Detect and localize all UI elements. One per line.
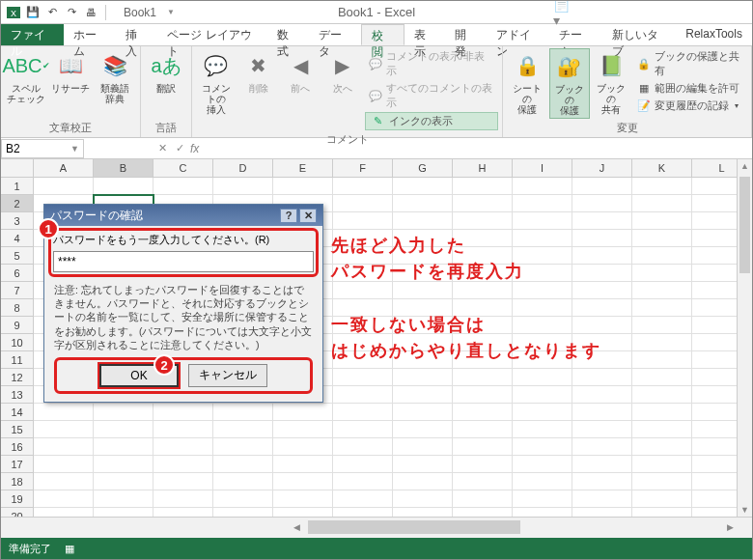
enter-formula-icon[interactable]: ✓ bbox=[171, 142, 188, 154]
cell[interactable] bbox=[632, 212, 692, 230]
cell[interactable] bbox=[453, 195, 513, 212]
formula-input[interactable] bbox=[201, 139, 752, 158]
cell[interactable] bbox=[632, 195, 692, 212]
cell[interactable] bbox=[273, 438, 333, 456]
row-header-1[interactable]: 1 bbox=[1, 178, 34, 195]
cell[interactable] bbox=[632, 473, 692, 490]
fx-icon[interactable]: fx bbox=[188, 142, 201, 155]
cell[interactable] bbox=[632, 178, 692, 195]
cell[interactable] bbox=[213, 456, 273, 473]
cell[interactable] bbox=[513, 369, 572, 386]
col-header-A[interactable]: A bbox=[34, 159, 94, 177]
cell[interactable] bbox=[453, 369, 513, 386]
cell[interactable] bbox=[513, 178, 572, 195]
cell[interactable] bbox=[453, 473, 513, 490]
cell[interactable] bbox=[453, 421, 513, 438]
col-header-D[interactable]: D bbox=[213, 159, 273, 177]
cell[interactable] bbox=[393, 438, 453, 456]
add-sheet-button[interactable]: + bbox=[123, 519, 140, 537]
showhide-comment-button[interactable]: 💬コメントの表示/非表示 bbox=[365, 48, 498, 79]
cell[interactable] bbox=[393, 490, 453, 508]
cell[interactable] bbox=[34, 490, 94, 508]
cell[interactable] bbox=[572, 212, 632, 230]
tab-developer[interactable]: 開発 bbox=[445, 24, 487, 45]
next-comment-button[interactable]: ▶次へ bbox=[322, 48, 363, 96]
cell[interactable] bbox=[333, 404, 393, 421]
cell[interactable] bbox=[333, 438, 393, 456]
cell[interactable] bbox=[513, 386, 572, 404]
cell[interactable] bbox=[34, 178, 94, 195]
cell[interactable] bbox=[213, 508, 273, 517]
row-header-18[interactable]: 18 bbox=[1, 473, 34, 490]
cell[interactable] bbox=[453, 404, 513, 421]
cell[interactable] bbox=[632, 317, 692, 334]
cancel-button[interactable]: キャンセル bbox=[188, 364, 267, 387]
cell[interactable] bbox=[333, 490, 393, 508]
row-header-19[interactable]: 19 bbox=[1, 490, 34, 508]
row-header-12[interactable]: 12 bbox=[1, 369, 34, 386]
tab-pagelayout[interactable]: ページ レイアウト bbox=[157, 24, 267, 45]
cell[interactable] bbox=[632, 247, 692, 265]
cell[interactable] bbox=[393, 473, 453, 490]
protect-workbook-button[interactable]: 🔐ブックの保護 bbox=[549, 48, 590, 119]
share-workbook-button[interactable]: 📗ブックの共有 bbox=[592, 48, 632, 117]
cell[interactable] bbox=[513, 212, 572, 230]
cell[interactable] bbox=[34, 421, 94, 438]
row-header-9[interactable]: 9 bbox=[1, 317, 34, 334]
cell[interactable] bbox=[632, 282, 692, 299]
cell[interactable] bbox=[572, 247, 632, 265]
cell[interactable] bbox=[94, 178, 153, 195]
dialog-help-button[interactable]: ? bbox=[280, 209, 297, 223]
cell[interactable] bbox=[393, 386, 453, 404]
cell[interactable] bbox=[153, 404, 213, 421]
row-header-13[interactable]: 13 bbox=[1, 386, 34, 404]
row-header-2[interactable]: 2 bbox=[1, 195, 34, 212]
showall-comments-button[interactable]: 💬すべてのコメントの表示 bbox=[365, 80, 498, 111]
cell[interactable] bbox=[513, 456, 572, 473]
cell[interactable] bbox=[572, 508, 632, 517]
cell[interactable] bbox=[632, 386, 692, 404]
cell[interactable] bbox=[273, 473, 333, 490]
cell[interactable] bbox=[393, 456, 453, 473]
cell[interactable] bbox=[94, 456, 153, 473]
tab-review[interactable]: 校閲 bbox=[361, 24, 404, 45]
track-changes-button[interactable]: 📝変更履歴の記録▾ bbox=[633, 98, 747, 114]
cell[interactable] bbox=[153, 438, 213, 456]
cell[interactable] bbox=[632, 334, 692, 351]
cell[interactable] bbox=[333, 369, 393, 386]
cell[interactable] bbox=[273, 178, 333, 195]
cell[interactable] bbox=[572, 438, 632, 456]
undo-icon[interactable]: ↶ bbox=[43, 4, 61, 21]
select-all-corner[interactable] bbox=[1, 159, 34, 177]
cell[interactable] bbox=[273, 490, 333, 508]
cell[interactable] bbox=[572, 386, 632, 404]
cell[interactable] bbox=[632, 421, 692, 438]
col-header-B[interactable]: B bbox=[94, 159, 153, 177]
sheet-nav-next[interactable]: ▶ bbox=[24, 522, 40, 533]
cancel-formula-icon[interactable]: ✕ bbox=[153, 142, 171, 154]
cell[interactable] bbox=[34, 473, 94, 490]
cell[interactable] bbox=[333, 195, 393, 212]
cell[interactable] bbox=[153, 473, 213, 490]
cell[interactable] bbox=[572, 282, 632, 299]
tab-data[interactable]: データ bbox=[309, 24, 361, 45]
cell[interactable] bbox=[393, 369, 453, 386]
cell[interactable] bbox=[333, 473, 393, 490]
allow-edit-ranges-button[interactable]: ▦範囲の編集を許可 bbox=[633, 80, 747, 97]
new-comment-button[interactable]: 💬コメントの挿入 bbox=[196, 48, 237, 117]
cell[interactable] bbox=[632, 508, 692, 517]
cell[interactable] bbox=[632, 404, 692, 421]
cell[interactable] bbox=[333, 456, 393, 473]
col-header-F[interactable]: F bbox=[333, 159, 393, 177]
row-header-7[interactable]: 7 bbox=[1, 282, 34, 299]
cell[interactable] bbox=[513, 473, 572, 490]
cell[interactable] bbox=[572, 456, 632, 473]
row-header-14[interactable]: 14 bbox=[1, 404, 34, 421]
cell[interactable] bbox=[513, 404, 572, 421]
cell[interactable] bbox=[333, 508, 393, 517]
cell[interactable] bbox=[273, 421, 333, 438]
cell[interactable] bbox=[94, 421, 153, 438]
cell[interactable] bbox=[393, 404, 453, 421]
horizontal-scrollbar[interactable] bbox=[291, 518, 737, 538]
tab-insert[interactable]: 挿入 bbox=[116, 24, 157, 45]
